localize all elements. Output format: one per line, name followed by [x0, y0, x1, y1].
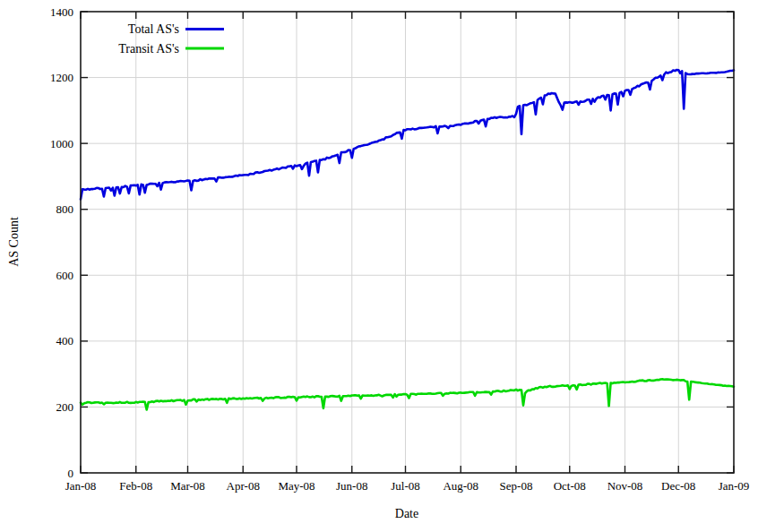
x-tick-label: Oct-08	[554, 479, 586, 493]
y-tick-label: 1400	[50, 5, 73, 19]
x-tick-label: Jun-08	[336, 479, 367, 493]
data-series	[81, 70, 734, 409]
x-tick-label: Jan-08	[65, 479, 97, 493]
series-line-total-as	[81, 70, 734, 200]
series-line-transit-as	[81, 379, 734, 409]
y-tick-label: 800	[56, 202, 74, 216]
axis-ticks	[81, 12, 734, 473]
x-tick-label: Aug-08	[443, 479, 478, 493]
as-count-figure: Jan-08Feb-08Mar-08Apr-08May-08Jun-08Jul-…	[0, 0, 758, 532]
y-tick-label: 600	[56, 269, 74, 282]
axis-tick-labels: Jan-08Feb-08Mar-08Apr-08May-08Jun-08Jul-…	[50, 5, 749, 493]
legend: Total AS's Transit AS's	[118, 22, 224, 56]
legend-label-transit-as: Transit AS's	[118, 42, 179, 56]
x-axis-title: Date	[395, 507, 418, 520]
x-tick-label: Sep-08	[500, 479, 533, 493]
x-tick-label: Nov-08	[607, 479, 643, 493]
y-tick-label: 1200	[50, 71, 73, 84]
y-tick-label: 1000	[50, 137, 73, 150]
x-tick-label: Jan-09	[719, 479, 750, 493]
y-tick-label: 400	[56, 334, 74, 348]
y-axis-title: AS Count	[7, 217, 21, 267]
y-tick-label: 200	[56, 400, 74, 414]
plot-border	[81, 12, 734, 473]
y-tick-label: 0	[68, 467, 74, 480]
x-tick-label: May-08	[278, 479, 314, 493]
x-tick-label: Dec-08	[661, 479, 695, 493]
legend-label-total-as: Total AS's	[128, 22, 179, 36]
x-tick-label: Apr-08	[227, 479, 260, 493]
grid-lines	[81, 12, 734, 473]
x-tick-label: Mar-08	[170, 479, 205, 493]
x-tick-label: Feb-08	[119, 479, 152, 493]
x-tick-label: Jul-08	[391, 479, 420, 493]
as-count-chart: Jan-08Feb-08Mar-08Apr-08May-08Jun-08Jul-…	[0, 0, 758, 532]
